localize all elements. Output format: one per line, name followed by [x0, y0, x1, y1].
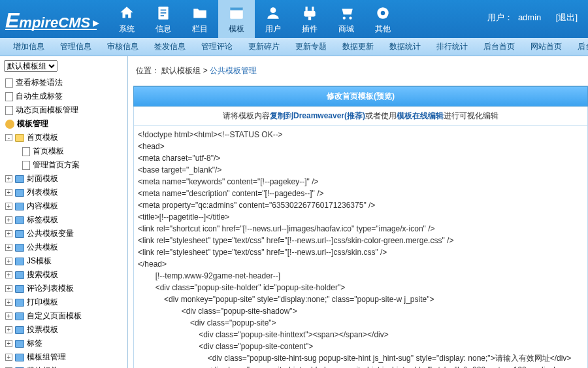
folder-icon — [15, 216, 24, 224]
submenu-item[interactable]: 排行统计 — [436, 41, 468, 52]
folder-icon — [15, 258, 24, 265]
code-line: <div class="popup-site-content"> — [138, 341, 583, 352]
menu-cart[interactable]: 商城 — [328, 0, 365, 38]
tree-node[interactable]: +公共模板变量 — [1, 227, 125, 241]
home-icon — [118, 4, 136, 22]
tree-node[interactable]: +列表模板 — [1, 186, 125, 199]
breadcrumb-current[interactable]: 公共模板管理 — [210, 66, 257, 75]
menu-home[interactable]: 系统 — [108, 0, 145, 38]
sub-menu: 增加信息管理信息审核信息签发信息管理评论更新碎片更新专题数据更新数据统计排行统计… — [0, 38, 588, 56]
folder-icon — [15, 134, 24, 142]
svg-rect-3 — [161, 15, 164, 16]
menu-gear[interactable]: 其他 — [365, 0, 401, 38]
logout-link[interactable]: [退出] — [556, 12, 578, 22]
tree-node[interactable]: +其他相关 — [1, 364, 125, 368]
folder-icon — [15, 230, 24, 238]
tree-node[interactable]: +自定义页面模板 — [1, 309, 125, 323]
tree-child[interactable]: 管理首页方案 — [18, 158, 125, 172]
doc-icon — [5, 92, 13, 101]
expand-icon[interactable]: + — [5, 230, 12, 237]
sidebar: 默认模板组 查看标签语法自动生成标签动态页面模板管理 模板管理 -首页模板首页模… — [0, 56, 128, 368]
tree-node[interactable]: +标签 — [1, 337, 125, 350]
template-code[interactable]: <!doctype html><html><!--STATUS OK--><he… — [133, 126, 588, 368]
tree-node[interactable]: +投票模板 — [1, 323, 125, 337]
tree-node[interactable]: +评论列表模板 — [1, 282, 125, 295]
svg-rect-10 — [308, 16, 311, 20]
submenu-item[interactable]: 后台首页 — [483, 41, 515, 52]
folder-icon — [15, 354, 24, 361]
svg-rect-1 — [161, 9, 167, 10]
tree-node[interactable]: +内容模板 — [1, 199, 125, 213]
expand-icon[interactable]: + — [5, 203, 12, 210]
svg-point-6 — [270, 7, 276, 13]
sidebar-item[interactable]: 查看标签语法 — [1, 76, 125, 90]
tree-node[interactable]: +JS模板 — [1, 254, 125, 268]
submenu-item[interactable]: 审核信息 — [107, 41, 139, 52]
submenu-item[interactable]: 管理信息 — [60, 41, 91, 52]
doc-icon — [5, 106, 13, 115]
expand-icon[interactable]: + — [5, 326, 12, 333]
tree-node[interactable]: +打印模板 — [1, 295, 125, 309]
menu-window[interactable]: 模板 — [218, 0, 255, 38]
submenu-item[interactable]: 管理评论 — [201, 41, 233, 52]
svg-rect-7 — [306, 7, 308, 11]
expand-icon[interactable]: - — [5, 134, 12, 141]
code-line: [!--temp.www-92game-net-header--] — [138, 270, 583, 282]
cart-icon — [337, 4, 355, 22]
code-line: <meta charset="utf-8"/> — [138, 152, 583, 164]
submenu-item[interactable]: 数据更新 — [342, 41, 374, 52]
expand-icon[interactable]: + — [5, 216, 12, 224]
menu-plug[interactable]: 插件 — [291, 0, 328, 38]
submenu-item[interactable]: 网站首页 — [531, 41, 562, 52]
template-group-select[interactable]: 默认模板组 — [4, 60, 57, 72]
user-icon — [264, 4, 282, 22]
expand-icon[interactable]: + — [5, 271, 12, 278]
folder-icon — [15, 312, 24, 320]
doc-icon — [5, 78, 13, 88]
code-line: <meta name="description" content="[!--pa… — [138, 188, 583, 199]
expand-icon[interactable]: + — [5, 175, 12, 182]
tree-node[interactable]: +标签模板 — [1, 213, 125, 227]
code-line: <!doctype html><html><!--STATUS OK--> — [138, 129, 583, 141]
expand-icon[interactable]: + — [5, 354, 12, 361]
submenu-item[interactable]: 数据统计 — [389, 41, 421, 52]
expand-icon[interactable]: + — [5, 312, 12, 320]
submenu-item[interactable]: 更新专题 — [295, 41, 327, 52]
code-line: <base target="_blank"/> — [138, 164, 583, 176]
folder-icon — [15, 271, 24, 279]
tree-node[interactable]: -首页模板 — [1, 131, 125, 144]
submenu-item[interactable]: 签发信息 — [154, 41, 186, 52]
breadcrumb: 位置： 默认模板组 > 公共模板管理 — [128, 63, 588, 86]
tree-node[interactable]: +公共模板 — [1, 241, 125, 254]
sidebar-item[interactable]: 动态页面模板管理 — [1, 103, 125, 117]
expand-icon[interactable]: + — [5, 244, 12, 251]
tree-node[interactable]: +封面模板 — [1, 172, 125, 186]
expand-icon[interactable]: + — [5, 189, 12, 196]
svg-rect-9 — [304, 10, 315, 16]
expand-icon[interactable]: + — [5, 299, 12, 306]
svg-point-14 — [381, 10, 385, 15]
expand-icon[interactable]: + — [5, 258, 12, 265]
submenu-item[interactable]: 更新碎片 — [248, 41, 280, 52]
code-line: </head> — [138, 258, 583, 270]
tree-node[interactable]: +模板组管理 — [1, 350, 125, 364]
content-area: 位置： 默认模板组 > 公共模板管理 修改首页模板(预览) 请将模板内容复制到D… — [128, 56, 588, 368]
online-edit-link[interactable]: 模板在线编辑 — [397, 111, 444, 120]
folder-icon — [15, 175, 24, 183]
dreamweaver-link[interactable]: 复制到Dreamweaver(推荐) — [270, 111, 365, 120]
code-line: <div class="popup-site-shadow"> — [138, 305, 583, 317]
menu-user[interactable]: 用户 — [255, 0, 291, 38]
folder-icon — [15, 244, 24, 252]
folder-icon — [15, 203, 24, 210]
tree-node[interactable]: +搜索模板 — [1, 268, 125, 282]
submenu-item[interactable]: 增加信息 — [13, 41, 44, 52]
doc-icon — [22, 161, 30, 170]
expand-icon[interactable]: + — [5, 340, 12, 347]
sidebar-item[interactable]: 自动生成标签 — [1, 90, 125, 103]
tree-child[interactable]: 首页模板 — [18, 144, 125, 158]
menu-folder[interactable]: 栏目 — [182, 0, 218, 38]
submenu-item[interactable]: 后台地图 — [578, 41, 588, 52]
username-link[interactable]: admin — [518, 12, 541, 22]
menu-doc[interactable]: 信息 — [145, 0, 182, 38]
expand-icon[interactable]: + — [5, 285, 12, 292]
